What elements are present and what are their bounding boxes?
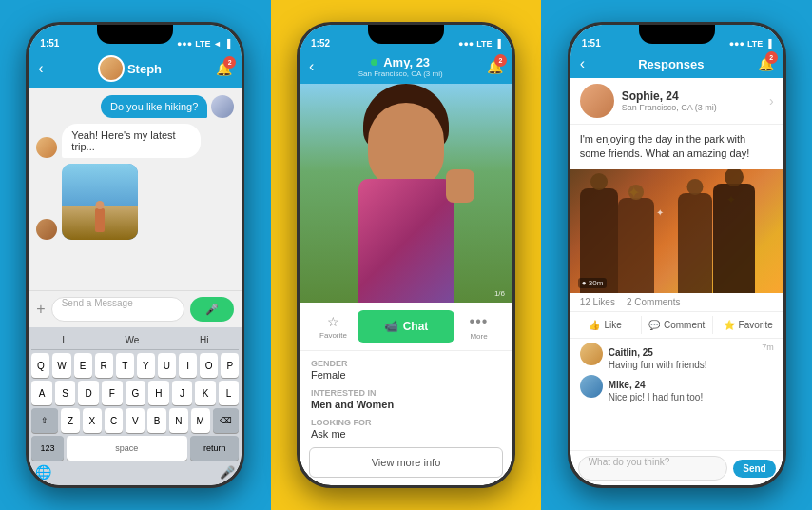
- back-button-2[interactable]: ‹: [309, 58, 314, 75]
- chat-person-name: Steph: [127, 62, 162, 76]
- key-return[interactable]: return: [190, 436, 239, 461]
- phone3: 1:51 ●●● LTE ▐ ‹ Responses 🔔 2: [568, 22, 786, 488]
- likes-count: 12 Likes: [580, 297, 615, 307]
- suggest-1[interactable]: I: [56, 334, 70, 346]
- keyboard-row-2: A S D F G H J K L: [31, 381, 239, 405]
- person-4: [678, 193, 712, 293]
- keyboard-bottom: 🌐 🎤: [31, 463, 239, 481]
- key-shift[interactable]: ⇧: [31, 408, 58, 433]
- response-stats: 12 Likes 2 Comments: [570, 293, 783, 312]
- time-2: 1:52: [311, 38, 330, 49]
- bell-container-1[interactable]: 🔔 2: [216, 60, 232, 77]
- sophie-info: Sophie, 24 San Francisco, CA (3 mi): [622, 89, 762, 112]
- key-c[interactable]: C: [105, 408, 124, 433]
- key-delete[interactable]: ⌫: [213, 408, 240, 433]
- incoming-avatar-1: [36, 137, 57, 158]
- more-action[interactable]: ••• More: [454, 313, 503, 341]
- key-v[interactable]: V: [126, 408, 145, 433]
- chat-photo: [62, 164, 138, 240]
- mic-button[interactable]: 🎤: [190, 297, 234, 322]
- key-b[interactable]: B: [147, 408, 166, 433]
- key-k[interactable]: K: [195, 381, 216, 405]
- globe-icon[interactable]: 🌐: [35, 464, 51, 480]
- battery-icon-2: ▐: [495, 39, 501, 49]
- favorite-action[interactable]: ☆ Favorite: [309, 314, 358, 340]
- phone1-inner: 1:51 ●●● LTE ◄ ▐ ‹ Steph: [29, 25, 242, 485]
- favorite-resp-button[interactable]: ⭐ Favorite: [712, 316, 783, 334]
- bell-container-2[interactable]: 🔔 2: [487, 58, 503, 75]
- key-g[interactable]: G: [126, 381, 146, 405]
- keyboard: I We Hi Q W E R T Y U I O P: [29, 327, 242, 485]
- header-avatar-1: [98, 55, 125, 82]
- favorite-label: Favorite: [319, 331, 347, 340]
- like-button[interactable]: 👍 Like: [570, 316, 641, 334]
- star-resp-icon: ⭐: [724, 320, 735, 330]
- star-icon: ☆: [327, 314, 339, 329]
- key-p[interactable]: P: [221, 353, 239, 378]
- key-z[interactable]: Z: [61, 408, 80, 433]
- key-m[interactable]: M: [191, 408, 210, 433]
- key-o[interactable]: O: [200, 353, 218, 378]
- phones-container: 1:51 ●●● LTE ◄ ▐ ‹ Steph: [0, 0, 812, 510]
- comment-button[interactable]: 💬 Comment: [641, 316, 712, 334]
- keyboard-row-4: 123 space return: [31, 436, 239, 461]
- plus-icon[interactable]: +: [36, 301, 45, 318]
- chevron-right-icon: ›: [769, 93, 774, 108]
- person-3: [713, 184, 755, 293]
- mike-avatar: [580, 375, 603, 398]
- key-r[interactable]: R: [95, 353, 113, 378]
- response-input[interactable]: What do you think?: [578, 456, 728, 481]
- keyboard-mic-icon[interactable]: 🎤: [220, 465, 235, 480]
- interested-label: Interested In: [311, 388, 501, 398]
- photo-person-body: [95, 208, 105, 232]
- person-1-head: [590, 173, 608, 190]
- key-d[interactable]: D: [78, 381, 99, 405]
- person-3-head: [725, 169, 744, 186]
- bell-badge-2: 2: [494, 54, 507, 67]
- key-a[interactable]: A: [31, 381, 52, 405]
- chat-bubble-outgoing: Do you like hiking?: [101, 95, 207, 118]
- photo-time: ● 30m: [578, 278, 608, 288]
- profile-location: San Francisco, CA (3 mi): [358, 69, 443, 78]
- key-j[interactable]: J: [172, 381, 193, 405]
- key-e[interactable]: E: [74, 353, 92, 378]
- key-u[interactable]: U: [158, 353, 176, 378]
- more-label: More: [470, 332, 487, 341]
- responses-header: ‹ Responses 🔔 2: [570, 51, 783, 78]
- key-s[interactable]: S: [55, 381, 76, 405]
- send-button[interactable]: Send: [733, 460, 775, 478]
- key-space[interactable]: space: [67, 436, 188, 461]
- profile-photo: 1/6: [300, 84, 512, 303]
- gender-value: Female: [311, 369, 501, 381]
- key-y[interactable]: Y: [137, 353, 155, 378]
- view-more-button[interactable]: View more info: [309, 447, 503, 478]
- back-button-3[interactable]: ‹: [580, 55, 585, 72]
- incoming-photo-row: [36, 164, 234, 240]
- message-input[interactable]: Send a Message: [51, 297, 185, 322]
- outgoing-row: Do you like hiking?: [36, 95, 234, 118]
- key-f[interactable]: F: [102, 381, 123, 405]
- key-h[interactable]: H: [148, 381, 169, 405]
- key-t[interactable]: T: [116, 353, 134, 378]
- notch1: [97, 25, 173, 44]
- back-button-1[interactable]: ‹: [38, 60, 43, 77]
- key-i[interactable]: I: [179, 353, 197, 378]
- phone2: 1:52 ●●● LTE ▐ ‹ Amy, 23 S: [297, 22, 515, 488]
- key-n[interactable]: N: [169, 408, 188, 433]
- signal-icon-1: ●●●: [177, 39, 192, 49]
- key-q[interactable]: Q: [31, 353, 49, 378]
- key-w[interactable]: W: [52, 353, 70, 378]
- caitlin-comment: Caitlin, 25 7m Having fun with friends!: [609, 343, 774, 370]
- chat-action-button[interactable]: 📹 Chat: [358, 310, 454, 343]
- chat-area: Do you like hiking? Yeah! Here's my late…: [29, 88, 242, 290]
- suggest-2[interactable]: We: [120, 334, 145, 346]
- suggest-3[interactable]: Hi: [194, 334, 214, 346]
- key-num[interactable]: 123: [31, 436, 63, 461]
- bell-container-3[interactable]: 🔔 2: [758, 55, 774, 72]
- key-l[interactable]: L: [219, 381, 240, 405]
- looking-label: Looking For: [311, 418, 501, 427]
- key-x[interactable]: X: [83, 408, 102, 433]
- profile-info: Gender Female Interested In Men and Wome…: [300, 351, 512, 443]
- sophie-name: Sophie, 24: [622, 89, 762, 103]
- incoming-text-row: Yeah! Here's my latest trip...: [36, 124, 234, 158]
